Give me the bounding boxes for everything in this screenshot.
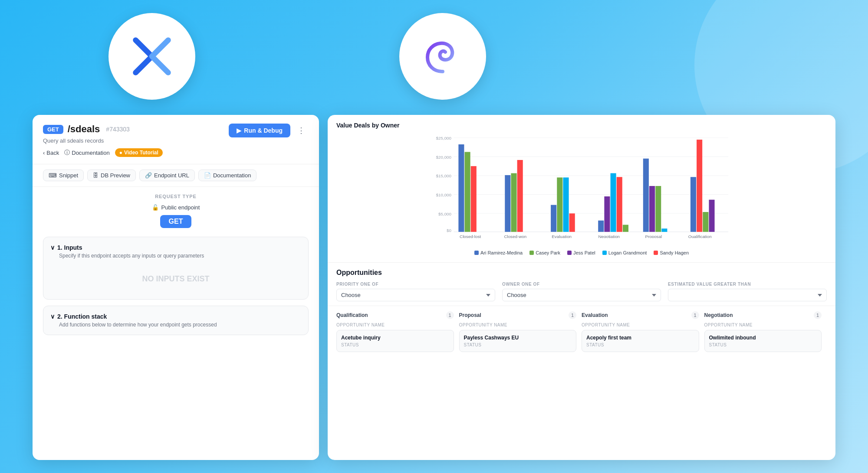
svg-text:Closed-won: Closed-won (504, 234, 526, 238)
legend-jess: Jess Patel (567, 250, 595, 255)
method-badge: GET (43, 125, 63, 134)
legend-casey: Casey Park (529, 250, 560, 255)
negotiation-column: Negotiation 1 OPPORTUNITY NAME Owlimited… (704, 311, 827, 455)
tab-documentation[interactable]: 📄 Documentation (198, 170, 256, 181)
svg-text:Closed-lost: Closed-lost (460, 234, 481, 238)
code-icon: ⌨ (49, 172, 57, 179)
negotiation-col-count: 1 (814, 311, 822, 319)
link-icon: 🔗 (145, 172, 152, 179)
svg-rect-34 (661, 228, 667, 232)
opportunities-title: Opportunities (336, 269, 827, 277)
evaluation-card-name: Acepoly first team (586, 335, 694, 341)
legend-dot-casey (529, 251, 534, 255)
svg-text:$25,000: $25,000 (436, 136, 452, 140)
opportunities-columns: Qualification 1 OPPORTUNITY NAME Acetube… (328, 306, 835, 460)
chart-container: $25,000 $20,000 $15,000 $10,000 $5,000 $… (336, 134, 827, 247)
negotiation-status-label: STATUS (709, 343, 817, 347)
legend-sandy: Sandy Hagen (654, 250, 689, 255)
request-type-label: REQUEST TYPE (43, 194, 309, 199)
back-nav[interactable]: ‹ Back (43, 150, 59, 156)
evaluation-column: Evaluation 1 OPPORTUNITY NAME Acepoly fi… (582, 311, 704, 455)
header-actions: ▶ Run & Debug ⋮ (229, 124, 309, 137)
chevron-down-icon-2: ∨ (50, 313, 55, 320)
legend-logan: Logan Grandmont (602, 250, 647, 255)
evaluation-status-label: STATUS (586, 343, 694, 347)
chart-legend: Ari Ramirez-Medina Casey Park Jess Patel… (336, 250, 827, 255)
public-endpoint-label: 🔓 Public endpoint (43, 204, 309, 211)
legend-dot-logan (602, 251, 607, 255)
svg-text:$20,000: $20,000 (436, 155, 452, 160)
lock-icon: 🔓 (152, 204, 159, 211)
main-content: GET /sdeals #743303 ▶ Run & Debug ⋮ Quer… (33, 115, 835, 460)
more-options-button[interactable]: ⋮ (294, 124, 309, 137)
opportunities-header: Opportunities PRIORITY ONE OF Choose OWN… (328, 263, 835, 306)
tab-bar: ⌨ Snippet 🗄 DB Preview 🔗 Endpoint URL 📄 … (33, 164, 319, 187)
tab-endpoint-url[interactable]: 🔗 Endpoint URL (139, 170, 195, 181)
svg-rect-33 (655, 186, 661, 232)
qualification-card-0: Acetube inquiry STATUS (336, 330, 454, 352)
svg-rect-16 (505, 175, 510, 232)
svg-rect-18 (517, 160, 523, 232)
chart-area: Value Deals by Owner $25,000 $20,000 $15… (328, 115, 835, 263)
function-stack-section: ∨ 2. Function stack Add functions below … (43, 306, 309, 335)
svg-rect-38 (703, 212, 708, 232)
proposal-subheader: OPPORTUNITY NAME (459, 323, 577, 327)
legend-dot-jess (567, 251, 572, 255)
evaluation-subheader: OPPORTUNITY NAME (582, 323, 699, 327)
evaluation-col-title: Evaluation (582, 312, 608, 318)
video-tutorial-badge[interactable]: ● Video Tutorial (115, 148, 163, 157)
info-icon: ⓘ (64, 149, 70, 157)
priority-filter-group: PRIORITY ONE OF Choose (336, 282, 495, 301)
priority-filter-select[interactable]: Choose (336, 289, 495, 301)
qualification-col-count: 1 (446, 311, 454, 319)
svg-rect-27 (611, 173, 616, 232)
legend-dot-sandy (654, 251, 658, 255)
svg-rect-26 (604, 196, 610, 232)
svg-rect-31 (643, 159, 649, 232)
opportunities-area: Opportunities PRIORITY ONE OF Choose OWN… (328, 263, 835, 460)
svg-rect-29 (623, 225, 628, 232)
owner-filter-group: OWNER ONE OF Choose (502, 282, 661, 301)
svg-rect-25 (598, 221, 604, 232)
svg-text:Negotiation: Negotiation (598, 234, 620, 238)
svg-rect-13 (465, 152, 470, 232)
documentation-nav[interactable]: ⓘ Documentation (64, 149, 109, 157)
svg-rect-17 (511, 173, 516, 232)
svg-rect-14 (471, 166, 477, 232)
svg-rect-22 (563, 177, 569, 232)
svg-rect-21 (557, 177, 562, 232)
panel-body: REQUEST TYPE 🔓 Public endpoint GET ∨ 1. … (33, 187, 319, 460)
panel-header: GET /sdeals #743303 ▶ Run & Debug ⋮ Quer… (33, 115, 319, 164)
proposal-col-title: Proposal (459, 312, 481, 318)
owner-filter-select[interactable]: Choose (502, 289, 661, 301)
legend-dot-ari (474, 251, 479, 255)
evaluation-col-header: Evaluation 1 (582, 311, 699, 319)
evaluation-card-0: Acepoly first team STATUS (582, 330, 699, 352)
proposal-card-0: Payless Cashways EU STATUS (459, 330, 577, 352)
evaluation-col-count: 1 (691, 311, 699, 319)
tab-db-preview[interactable]: 🗄 DB Preview (87, 170, 136, 181)
inputs-section-desc: Specify if this endpoint accepts any inp… (59, 253, 301, 259)
svg-rect-36 (690, 177, 696, 232)
run-debug-button[interactable]: ▶ Run & Debug (229, 124, 290, 137)
no-inputs-label: NO INPUTS EXIST (50, 266, 301, 292)
endpoint-subtitle: Query all sdeals records (43, 137, 309, 144)
get-method-display: GET (160, 215, 192, 228)
svg-rect-28 (617, 177, 622, 232)
endpoint-title: GET /sdeals #743303 (43, 124, 130, 135)
proposal-col-count: 1 (569, 311, 576, 319)
filter-row: PRIORITY ONE OF Choose OWNER ONE OF Choo… (336, 282, 827, 301)
chevron-down-icon: ∨ (50, 244, 55, 251)
qualification-col-title: Qualification (336, 312, 368, 318)
tab-snippet[interactable]: ⌨ Snippet (43, 170, 84, 181)
svg-text:$5,000: $5,000 (438, 212, 452, 216)
value-filter-select[interactable] (668, 289, 827, 301)
negotiation-card-0: Owlimited inbound STATUS (704, 330, 822, 352)
endpoint-path: /sdeals (68, 124, 100, 135)
value-filter-label: ESTIMATED VALUE GREATER THAN (668, 282, 827, 287)
svg-rect-20 (551, 205, 556, 232)
play-icon: ▶ (237, 127, 241, 134)
function-stack-title: ∨ 2. Function stack (50, 313, 301, 320)
svg-text:$0: $0 (447, 228, 451, 233)
svg-rect-23 (569, 213, 575, 232)
